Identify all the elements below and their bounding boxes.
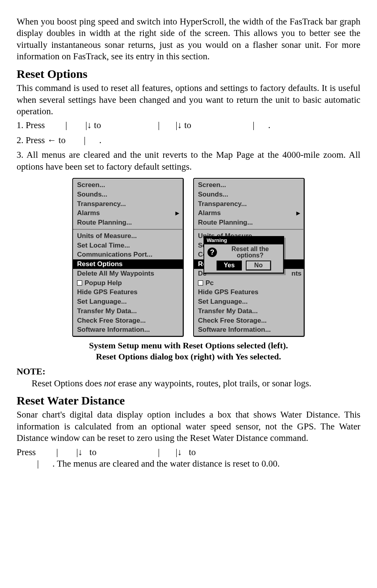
step2-text-a: 2. Press <box>17 135 47 145</box>
menu-item-communications-port[interactable]: Communications Port... <box>73 250 183 259</box>
menu-item-route-planning[interactable]: Route Planning... <box>73 218 183 227</box>
menu-label: Set Language... <box>198 297 248 306</box>
menu-item-delete-all-waypoints[interactable]: Delete All My Waypoints <box>73 269 183 278</box>
step-1: 1. Press | |↓ to | |↓ to | . <box>17 119 360 131</box>
menu-item-reset-options[interactable]: Reset Options <box>73 259 183 269</box>
down-arrow-icon: ↓ <box>87 120 92 130</box>
step2-text-end: . <box>99 135 102 145</box>
menu-item-set-language[interactable]: Set Language... <box>73 297 183 306</box>
menu-section-2: Units of Measure... Set Local Time... Co… <box>73 230 183 336</box>
menu-label: Route Planning... <box>198 218 253 227</box>
menu-label: Communications Port... <box>77 250 153 259</box>
dialog-titlebar: Warning <box>204 237 283 244</box>
figure-caption: System Setup menu with Reset Options sel… <box>17 340 360 362</box>
press-b: to <box>87 447 99 457</box>
menu-item-transfer-my-data[interactable]: Transfer My Data... <box>194 306 304 316</box>
step-2: 2. Press ← to | . <box>17 134 360 146</box>
dialog-message: Reset all the options? <box>220 246 280 259</box>
menu-label: Transparency... <box>198 200 247 208</box>
submenu-arrow-icon: ▶ <box>294 210 300 216</box>
figure-menus: Screen... Sounds... Transparency... Alar… <box>17 178 360 337</box>
menu-label: Popup Help <box>77 279 122 287</box>
menu-item-screen[interactable]: Screen... <box>194 180 304 190</box>
down-arrow-icon: ↓ <box>177 447 182 457</box>
bar-glyph: | <box>37 459 39 469</box>
menu-item-transparency[interactable]: Transparency... <box>73 199 183 209</box>
bar-glyph: | <box>158 447 160 457</box>
down-arrow-icon: ↓ <box>78 447 83 457</box>
note-pre: Reset Options does <box>32 378 104 388</box>
menu-item-screen[interactable]: Screen... <box>73 180 183 190</box>
question-mark-icon: ? <box>207 248 217 257</box>
reset-options-steps: 1. Press | |↓ to | |↓ to | . <box>17 119 360 172</box>
step1-text-a: 1. Press <box>17 120 47 130</box>
menu-item-software-information[interactable]: Software Information... <box>73 325 183 335</box>
menu-item-transparency[interactable]: Transparency... <box>194 199 304 209</box>
menu-item-transfer-my-data[interactable]: Transfer My Data... <box>73 306 183 316</box>
left-arrow-icon: ← <box>47 135 56 145</box>
note-post: erase any waypoints, routes, plot trails… <box>116 378 311 388</box>
note-heading: NOTE: <box>17 366 360 377</box>
menu-item-route-planning[interactable]: Route Planning... <box>194 218 304 227</box>
note-em: not <box>104 378 115 388</box>
menu-label: Screen... <box>198 181 226 189</box>
menu-item-hide-gps-features[interactable]: Hide GPS Features <box>194 287 304 297</box>
reset-water-steps: Press | |↓ to | |↓ to | . The menus are … <box>17 446 360 470</box>
menu-label: Check Free Storage... <box>198 316 267 325</box>
heading-reset-options: Reset Options <box>17 66 360 81</box>
warning-dialog: Warning ? Reset all the options? Yes No <box>204 236 284 274</box>
menu-item-units-of-measure[interactable]: Units of Measure... <box>73 231 183 241</box>
menu-label: Units of Measure... <box>77 232 137 240</box>
caption-line-2: Reset Options dialog box (right) with Ye… <box>17 351 360 362</box>
menu-label: Hide GPS Features <box>77 288 138 297</box>
menu-label: Set Language... <box>77 297 127 306</box>
menu-item-set-language[interactable]: Set Language... <box>194 297 304 306</box>
page: When you boost ping speed and switch int… <box>0 0 377 497</box>
menu-item-check-free-storage[interactable]: Check Free Storage... <box>194 316 304 325</box>
menu-label: Reset Options <box>77 260 123 268</box>
dialog-line2: options? <box>220 252 280 259</box>
note-body: Reset Options does not erase any waypoin… <box>32 378 360 389</box>
step-3: 3. All menus are cleared and the unit re… <box>17 149 360 172</box>
dialog-line1: Reset all the <box>220 246 280 253</box>
menu-label: Sounds... <box>198 190 228 199</box>
menu-label: Transfer My Data... <box>77 307 137 316</box>
caption-line-1: System Setup menu with Reset Options sel… <box>17 340 360 351</box>
bar-glyph: | <box>56 447 58 457</box>
bar-glyph: | <box>253 120 254 130</box>
menu-item-set-local-time[interactable]: Set Local Time... <box>73 241 183 250</box>
menu-label: Alarms <box>198 209 221 217</box>
menu-label: Software Information... <box>77 325 150 334</box>
menu-panel-left: Screen... Sounds... Transparency... Alar… <box>72 178 184 337</box>
menu-item-hide-gps-features[interactable]: Hide GPS Features <box>73 287 183 297</box>
step1-text-end: . <box>268 120 270 130</box>
yes-button[interactable]: Yes <box>217 261 242 270</box>
menu-label: Transparency... <box>77 200 126 208</box>
no-button[interactable]: No <box>246 261 271 270</box>
step2-text-b: to <box>58 135 68 145</box>
menu-item-alarms[interactable]: Alarms▶ <box>73 208 183 218</box>
menu-section-2: Units of Measure... Se Co Re Dents Pc Hi… <box>194 230 304 336</box>
menu-label: Alarms <box>77 209 100 217</box>
menu-item-popup-help[interactable]: Popup Help <box>73 278 183 288</box>
menu-item-alarms[interactable]: Alarms▶ <box>194 208 304 218</box>
menu-item-software-information[interactable]: Software Information... <box>194 325 304 335</box>
menu-panel-right: Screen... Sounds... Transparency... Alar… <box>193 178 305 337</box>
press-a: Press <box>17 447 38 457</box>
step1-text-c: to <box>184 120 194 130</box>
step1-text-b: to <box>94 120 104 130</box>
heading-reset-water-distance: Reset Water Distance <box>17 393 360 408</box>
menu-section-1: Screen... Sounds... Transparency... Alar… <box>194 179 304 229</box>
bar-glyph: | <box>158 120 160 130</box>
menu-item-check-free-storage[interactable]: Check Free Storage... <box>73 316 183 325</box>
menu-section-1: Screen... Sounds... Transparency... Alar… <box>73 179 183 229</box>
menu-label: Sounds... <box>77 190 107 199</box>
menu-tail-nts: nts <box>292 269 302 278</box>
press-c: to <box>187 447 196 457</box>
menu-label: Hide GPS Features <box>198 288 258 297</box>
menu-label: Transfer My Data... <box>198 307 258 316</box>
reset-water-paragraph: Sonar chart's digital data display optio… <box>17 409 360 444</box>
menu-item-sounds[interactable]: Sounds... <box>73 190 183 199</box>
menu-item-sounds[interactable]: Sounds... <box>194 190 304 199</box>
menu-label: Delete All My Waypoints <box>77 269 154 278</box>
